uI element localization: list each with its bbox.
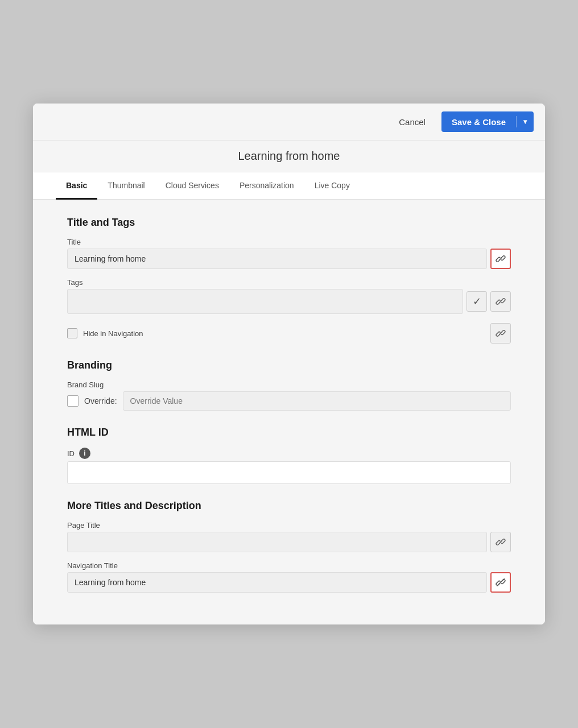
- title-field-row: [67, 249, 511, 269]
- svg-line-0: [497, 579, 505, 586]
- id-label-row: ID i: [67, 448, 511, 459]
- brand-slug-checkbox[interactable]: [67, 395, 79, 407]
- override-label: Override:: [84, 396, 117, 406]
- nav-title-unlink-button[interactable]: [490, 572, 511, 593]
- save-close-dropdown-arrow[interactable]: ▾: [517, 118, 534, 126]
- link-icon: [496, 328, 506, 338]
- page-title-row: [67, 532, 511, 552]
- title-link-button[interactable]: [490, 249, 511, 269]
- title-field-label: Title: [67, 238, 511, 246]
- tags-input-area[interactable]: [67, 289, 463, 314]
- hide-nav-label: Hide in Navigation: [83, 329, 143, 338]
- tags-field-row: ✓: [67, 289, 511, 314]
- more-titles-heading: More Titles and Description: [67, 500, 511, 512]
- title-input-wrap: [67, 249, 487, 269]
- dialog-title: Learning from home: [33, 140, 545, 172]
- html-id-section: HTML ID ID i: [67, 427, 511, 484]
- dialog-body: Title and Tags Title Tags: [33, 200, 545, 624]
- hide-nav-row: Hide in Navigation: [67, 323, 511, 344]
- tab-thumbnail[interactable]: Thumbnail: [97, 173, 155, 200]
- link-icon: [496, 296, 506, 307]
- tags-field-label: Tags: [67, 278, 511, 287]
- brand-slug-row: Override:: [67, 391, 511, 411]
- tags-check-button[interactable]: ✓: [466, 291, 487, 312]
- tabs-bar: Basic Thumbnail Cloud Services Personali…: [33, 172, 545, 200]
- page-properties-dialog: Cancel Save & Close ▾ Learning from home…: [33, 104, 545, 624]
- cancel-button[interactable]: Cancel: [389, 113, 436, 131]
- page-title-input[interactable]: [67, 532, 487, 552]
- brand-slug-label: Brand Slug: [67, 380, 511, 389]
- page-title-label: Page Title: [67, 521, 511, 530]
- link-icon: [496, 254, 506, 264]
- html-id-heading: HTML ID: [67, 427, 511, 439]
- hide-nav-checkbox[interactable]: [67, 328, 77, 338]
- hide-nav-link-button[interactable]: [490, 323, 511, 344]
- branding-section: Branding Brand Slug Override:: [67, 359, 511, 411]
- nav-title-row: [67, 572, 511, 593]
- tab-live-copy[interactable]: Live Copy: [304, 173, 360, 200]
- tab-personalization[interactable]: Personalization: [229, 173, 304, 200]
- hide-nav-left: Hide in Navigation: [67, 328, 143, 338]
- html-id-input[interactable]: [67, 461, 511, 484]
- page-title-link-button[interactable]: [490, 532, 511, 552]
- title-input[interactable]: [67, 249, 487, 269]
- title-tags-heading: Title and Tags: [67, 217, 511, 229]
- tags-link-button[interactable]: [490, 291, 511, 312]
- unlink-icon: [496, 577, 506, 588]
- dialog-header: Cancel Save & Close ▾: [33, 104, 545, 140]
- nav-title-input[interactable]: [67, 572, 487, 593]
- nav-title-label: Navigation Title: [67, 561, 511, 570]
- nav-title-input-wrap: [67, 572, 487, 593]
- save-close-label: Save & Close: [441, 117, 516, 127]
- title-tags-section: Title and Tags Title Tags: [67, 217, 511, 344]
- checkmark-icon: ✓: [473, 295, 481, 308]
- tab-basic[interactable]: Basic: [56, 173, 97, 200]
- branding-heading: Branding: [67, 359, 511, 371]
- save-close-button[interactable]: Save & Close ▾: [441, 111, 534, 132]
- more-titles-section: More Titles and Description Page Title N…: [67, 500, 511, 593]
- id-field-label: ID: [67, 449, 75, 458]
- override-input[interactable]: [123, 391, 511, 411]
- tab-cloud-services[interactable]: Cloud Services: [155, 173, 229, 200]
- page-title-input-wrap: [67, 532, 487, 552]
- info-icon[interactable]: i: [79, 448, 90, 459]
- link-icon: [496, 537, 506, 547]
